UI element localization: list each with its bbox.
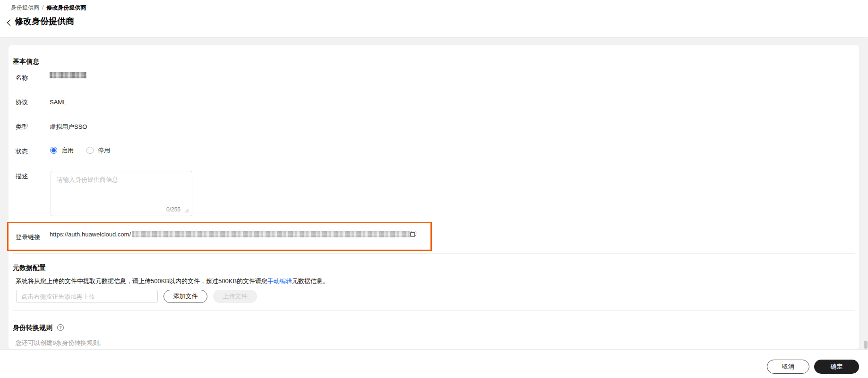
type-value: 虚拟用户SSO — [50, 123, 87, 131]
description-field: 0/255 — [51, 171, 192, 216]
breadcrumb: 身份提供商 / 修改身份提供商 — [11, 4, 86, 11]
status-option-disabled-label[interactable]: 停用 — [98, 146, 110, 154]
description-counter: 0/255 — [166, 206, 180, 213]
chevron-left-icon — [6, 19, 11, 26]
type-label: 类型 — [16, 123, 28, 131]
status-radio-disabled[interactable] — [86, 147, 94, 154]
page-title: 修改身份提供商 — [15, 16, 74, 27]
add-file-button[interactable]: 添加文件 — [163, 290, 207, 303]
rules-heading: 身份转换规则 — [13, 323, 52, 332]
section-divider — [13, 310, 855, 311]
manual-edit-link[interactable]: 手动编辑 — [267, 277, 292, 285]
login-link-url-redacted — [132, 231, 410, 237]
status-option-enabled-label[interactable]: 启用 — [61, 146, 74, 154]
content-card: 基本信息 名称 协议 SAML 类型 虚拟用户SSO 状态 启用 停用 描述 0… — [9, 45, 859, 349]
breadcrumb-parent[interactable]: 身份提供商 — [11, 4, 39, 11]
status-radio-group: 启用 停用 — [50, 146, 110, 154]
question-circle-icon: ? — [57, 324, 64, 331]
metadata-description-suffix: 元数据信息。 — [292, 277, 329, 285]
copy-icon — [410, 230, 417, 237]
help-button[interactable]: ? — [57, 324, 64, 331]
copy-button[interactable] — [409, 229, 417, 238]
section-divider — [13, 253, 855, 254]
description-label: 描述 — [16, 172, 28, 180]
metadata-description: 系统将从您上传的文件中提取元数据信息，请上传500KB以内的文件，超过500KB… — [16, 277, 329, 285]
status-radio-enabled[interactable] — [50, 147, 57, 154]
upload-file-button[interactable]: 上传文件 — [213, 290, 257, 303]
confirm-button[interactable]: 确定 — [814, 360, 859, 374]
login-link-label: 登录链接 — [16, 233, 40, 241]
scrollbar-thumb[interactable] — [864, 341, 868, 349]
resize-handle-icon[interactable] — [185, 209, 189, 213]
idp-edit-page: 身份提供商 / 修改身份提供商 修改身份提供商 基本信息 名称 协议 SAML … — [0, 0, 868, 378]
metadata-description-prefix: 系统将从您上传的文件中提取元数据信息，请上传500KB以内的文件，超过500KB… — [16, 277, 267, 285]
footer-bar: 取消 确定 — [0, 349, 868, 378]
login-link-url-prefix: https://auth.huaweicloud.com/ — [50, 231, 131, 238]
page-header: 身份提供商 / 修改身份提供商 修改身份提供商 — [0, 0, 868, 37]
name-value-redacted — [50, 72, 86, 78]
protocol-label: 协议 — [16, 98, 28, 106]
back-button[interactable] — [4, 17, 13, 28]
basic-info-heading: 基本信息 — [13, 57, 39, 66]
protocol-value: SAML — [50, 98, 66, 106]
svg-text:?: ? — [59, 325, 61, 330]
status-label: 状态 — [16, 147, 28, 155]
cancel-button[interactable]: 取消 — [767, 360, 809, 374]
name-label: 名称 — [16, 74, 28, 82]
rules-hint: 您还可以创建9条身份转换规则。 — [16, 339, 105, 347]
file-name-input[interactable] — [16, 290, 158, 303]
breadcrumb-current: 修改身份提供商 — [46, 4, 86, 11]
metadata-heading: 元数据配置 — [13, 263, 46, 272]
breadcrumb-separator: / — [42, 4, 43, 11]
login-link-value: https://auth.huaweicloud.com/ — [50, 231, 410, 238]
